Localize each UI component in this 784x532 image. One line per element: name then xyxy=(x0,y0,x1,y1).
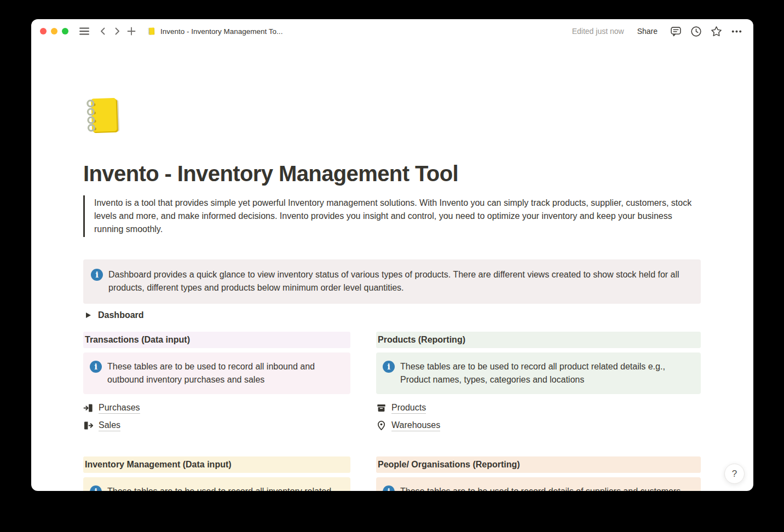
section-inventory-management: Inventory Management (Data input) i Thes… xyxy=(83,456,350,491)
zoom-window-button[interactable] xyxy=(62,28,68,34)
archive-icon xyxy=(376,403,387,413)
inventory-callout-text: These tables are to be used to record al… xyxy=(107,485,342,491)
dashboard-callout[interactable]: i Dashboard provides a quick glance to v… xyxy=(83,259,701,304)
heading-people-organisations[interactable]: People/ Organisations (Reporting) xyxy=(376,456,701,473)
desktop-background: Invento - Inventory Management To... Edi… xyxy=(0,0,784,532)
help-button[interactable]: ? xyxy=(724,464,745,484)
back-icon[interactable] xyxy=(96,24,110,38)
info-icon: i xyxy=(91,269,103,281)
minimize-window-button[interactable] xyxy=(51,28,57,34)
info-icon: i xyxy=(383,361,395,373)
products-callout[interactable]: i These tables are to be used to record … xyxy=(376,352,701,394)
link-warehouses[interactable]: Warehouses xyxy=(376,419,701,431)
dashboard-toggle[interactable]: Dashboard xyxy=(83,310,701,321)
dashboard-callout-text: Dashboard provides a quick glance to vie… xyxy=(108,268,692,294)
share-button[interactable]: Share xyxy=(637,27,658,36)
notion-window: Invento - Inventory Management To... Edi… xyxy=(31,19,753,491)
titlebar: Invento - Inventory Management To... Edi… xyxy=(31,19,753,43)
heading-inventory-management[interactable]: Inventory Management (Data input) xyxy=(83,456,350,473)
link-sales-label[interactable]: Sales xyxy=(99,420,120,431)
section-people-organisations: People/ Organisations (Reporting) i Thes… xyxy=(376,456,701,491)
products-links: Products Warehouses xyxy=(376,402,701,431)
page-content: Invento - Inventory Management Tool Inve… xyxy=(83,43,701,491)
close-window-button[interactable] xyxy=(40,28,47,34)
favorite-star-icon[interactable] xyxy=(709,24,723,38)
notebook-emoji-page-icon[interactable] xyxy=(83,94,126,137)
history-clock-icon[interactable] xyxy=(689,24,703,38)
section-columns: Transactions (Data input) i These tables… xyxy=(83,332,701,491)
link-purchases[interactable]: Purchases xyxy=(83,402,350,414)
people-callout-text: These tables are to be used to record de… xyxy=(400,485,681,491)
toggle-triangle-icon[interactable] xyxy=(86,313,91,318)
traffic-lights xyxy=(40,28,68,34)
pin-icon xyxy=(376,420,387,431)
more-options-icon[interactable] xyxy=(729,24,743,38)
inventory-callout[interactable]: i These tables are to be used to record … xyxy=(83,477,350,491)
section-products: Products (Reporting) i These tables are … xyxy=(376,332,701,437)
comments-icon[interactable] xyxy=(668,24,683,38)
page-tab[interactable]: Invento - Inventory Management To... xyxy=(147,27,283,36)
link-warehouses-label[interactable]: Warehouses xyxy=(391,420,440,431)
heading-transactions[interactable]: Transactions (Data input) xyxy=(83,332,350,348)
forward-icon[interactable] xyxy=(110,24,124,38)
heading-products[interactable]: Products (Reporting) xyxy=(376,332,701,348)
tab-title: Invento - Inventory Management To... xyxy=(160,27,283,36)
link-sales[interactable]: Sales xyxy=(83,419,350,431)
link-products-label[interactable]: Products xyxy=(391,402,426,414)
transactions-links: Purchases Sales xyxy=(83,402,350,431)
section-transactions: Transactions (Data input) i These tables… xyxy=(83,332,350,437)
login-icon xyxy=(83,403,94,413)
info-icon: i xyxy=(383,485,395,491)
page-title[interactable]: Invento - Inventory Management Tool xyxy=(83,159,701,188)
notebook-emoji-small xyxy=(147,27,156,36)
sidebar-menu-icon[interactable] xyxy=(77,24,91,38)
transactions-callout-text: These tables are to be used to record al… xyxy=(107,360,342,386)
edited-status: Edited just now xyxy=(572,27,624,36)
new-tab-icon[interactable] xyxy=(124,24,139,38)
info-icon: i xyxy=(90,485,102,491)
link-products[interactable]: Products xyxy=(376,402,701,414)
dashboard-toggle-label: Dashboard xyxy=(98,310,144,320)
quote-block[interactable]: Invento is a tool that provides simple y… xyxy=(83,195,701,237)
people-callout[interactable]: i These tables are to be used to record … xyxy=(376,477,701,491)
info-icon: i xyxy=(90,361,102,373)
link-purchases-label[interactable]: Purchases xyxy=(99,402,140,414)
transactions-callout[interactable]: i These tables are to be used to record … xyxy=(83,352,350,394)
logout-icon xyxy=(83,420,94,431)
products-callout-text: These tables are to be used to record al… xyxy=(400,360,692,386)
